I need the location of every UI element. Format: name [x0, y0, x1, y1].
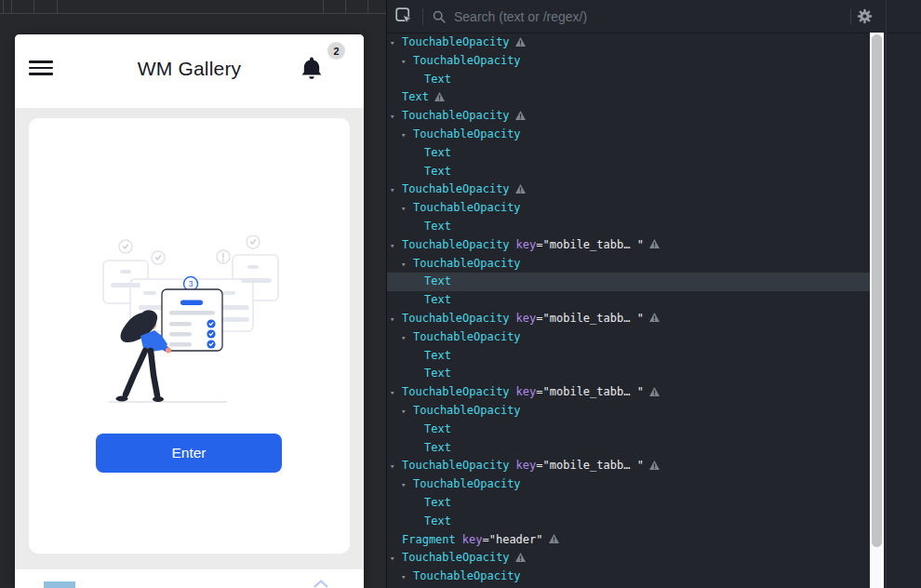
component-name: TouchableOpacity [402, 551, 510, 564]
image-thumbnail [44, 581, 75, 588]
tree-row[interactable]: Text [387, 494, 870, 513]
scrollbar-thumb[interactable] [872, 34, 882, 547]
tree-row[interactable]: ▾TouchableOpacity [387, 107, 870, 126]
component-name: Text [424, 146, 451, 159]
tree-row[interactable]: Text [387, 347, 870, 366]
tree-row[interactable]: ▾TouchableOpacitykey="mobile_tabb… " [387, 457, 870, 475]
expand-arrow-icon[interactable]: ▾ [390, 34, 402, 53]
component-name: TouchableOpacity [413, 257, 521, 270]
tree-row[interactable]: ▾TouchableOpacity [387, 255, 870, 274]
expand-arrow-icon[interactable]: ▾ [390, 550, 402, 568]
tree-row[interactable]: Text [387, 144, 870, 163]
warning-icon [515, 111, 526, 120]
tree-row[interactable]: ▾TouchableOpacitykey="mobile_tabb… " [387, 236, 870, 255]
tree-row[interactable]: ▾TouchableOpacity [387, 328, 870, 347]
expand-arrow-icon[interactable]: ▾ [390, 181, 402, 200]
notification-bell-icon[interactable] [300, 56, 324, 82]
illustration: 3 [92, 235, 288, 408]
tree-row[interactable]: Text [387, 513, 870, 531]
component-name: TouchableOpacity [402, 459, 510, 472]
component-name: Text [424, 73, 451, 86]
panel-divider [886, 0, 887, 588]
tree-row[interactable]: Fragmentkey="header" [387, 531, 870, 550]
tree-row[interactable]: ▾TouchableOpacity [387, 549, 870, 568]
key-attribute: key [516, 459, 537, 472]
component-name: Text [424, 165, 451, 178]
tree-row[interactable]: Text [387, 88, 870, 107]
key-attribute: key [516, 385, 537, 398]
expand-arrow-icon[interactable]: ▾ [401, 403, 413, 421]
component-name: TouchableOpacity [413, 330, 521, 343]
toolbar-separator [850, 8, 851, 25]
tree-row[interactable]: Text [387, 163, 870, 181]
enter-button[interactable]: Enter [96, 434, 282, 473]
component-name: Text [424, 367, 451, 380]
component-name: Fragment [402, 533, 456, 546]
warning-icon [649, 313, 660, 322]
tree-row[interactable]: Text [387, 71, 870, 89]
warning-icon [515, 184, 526, 194]
key-attribute: key [516, 312, 537, 325]
expand-arrow-icon[interactable]: ▾ [390, 384, 402, 403]
search-input[interactable]: Search (text or /regex/) [454, 9, 587, 24]
component-name: Text [424, 274, 451, 287]
inspect-element-button[interactable] [395, 7, 413, 25]
key-attribute: key [462, 533, 483, 546]
tree-row[interactable]: ▾TouchableOpacity [387, 402, 870, 421]
tree-row[interactable]: Text [387, 421, 870, 439]
tree-row[interactable]: Text [387, 218, 870, 236]
tree-row[interactable]: ▾TouchableOpacitykey="mobile_tabb… " [387, 310, 870, 328]
expand-arrow-icon[interactable]: ▾ [401, 329, 413, 348]
expand-arrow-icon[interactable]: ▾ [390, 108, 402, 127]
component-name: TouchableOpacity [402, 312, 510, 325]
component-name: TouchableOpacity [413, 201, 521, 214]
component-name: Text [424, 441, 451, 454]
expand-arrow-icon[interactable]: ▾ [390, 237, 402, 256]
tab-separator [3, 0, 4, 13]
tree-row[interactable]: ▾TouchableOpacity [387, 180, 870, 199]
warning-icon [515, 37, 526, 47]
expand-arrow-icon[interactable]: ▾ [401, 256, 413, 274]
tree-row[interactable]: ▾TouchableOpacity [387, 568, 870, 586]
component-name: TouchableOpacity [402, 182, 510, 195]
login-card: 3 [29, 118, 350, 554]
phone-frame: WM Gallery 2 [15, 34, 364, 588]
component-name: TouchableOpacity [413, 404, 521, 417]
app-preview-pane: WM Gallery 2 [0, 0, 386, 588]
tree-row[interactable]: ▾TouchableOpacity [387, 475, 870, 494]
tab-separator [345, 0, 346, 13]
expand-arrow-icon[interactable]: ▾ [390, 311, 402, 329]
tree-row[interactable]: ▾TouchableOpacity [387, 126, 870, 144]
tab-separator [11, 0, 12, 13]
devtools-panel: Search (text or /regex/) ▾TouchableOpaci… [386, 0, 921, 588]
scrollbar[interactable] [870, 33, 884, 588]
app-header: WM Gallery 2 [15, 34, 364, 108]
component-name: Text [424, 496, 451, 509]
tree-row[interactable]: Text [387, 273, 870, 291]
tree-row[interactable]: ▾TouchableOpacity [387, 52, 870, 71]
settings-gear-button[interactable] [857, 8, 873, 24]
tree-row[interactable]: Text [387, 365, 870, 383]
tab-separator [367, 0, 368, 13]
expand-arrow-icon[interactable]: ▾ [401, 200, 413, 219]
svg-text:3: 3 [189, 279, 194, 288]
component-name: TouchableOpacity [402, 385, 510, 398]
tree-row[interactable]: Text [387, 439, 870, 458]
expand-arrow-icon[interactable]: ▾ [401, 568, 413, 587]
tree-row[interactable]: ▾TouchableOpacitykey="mobile_tabb… " [387, 383, 870, 402]
top-tab-strip [0, 0, 386, 14]
warning-icon [549, 534, 559, 543]
component-name: Text [424, 422, 451, 435]
tree-row[interactable]: ▾TouchableOpacity [387, 33, 870, 52]
tree-row[interactable]: ▾TouchableOpacity [387, 199, 870, 218]
expand-arrow-icon[interactable]: ▾ [390, 458, 402, 476]
expand-arrow-icon[interactable]: ▾ [401, 53, 413, 72]
warning-icon [515, 553, 526, 562]
warning-icon [649, 461, 660, 470]
tree-row[interactable]: Text [387, 291, 870, 310]
app-content: 3 [15, 108, 364, 588]
expand-arrow-icon[interactable]: ▾ [401, 476, 413, 495]
component-name: TouchableOpacity [402, 109, 510, 122]
component-name: TouchableOpacity [413, 569, 521, 582]
expand-arrow-icon[interactable]: ▾ [401, 127, 413, 145]
